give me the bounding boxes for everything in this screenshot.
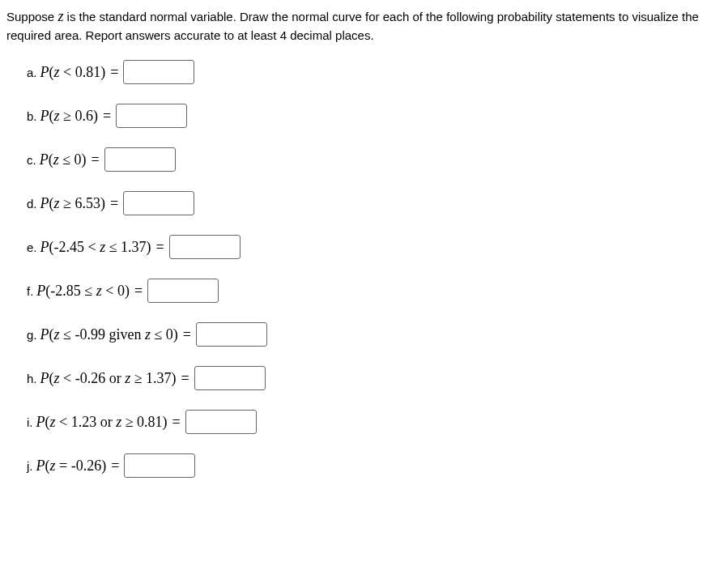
- question-d: d. P(z ≥ 6.53) =: [27, 191, 722, 215]
- question-j: j. P(z = -0.26) =: [27, 453, 722, 478]
- expr-f: P(-2.85 ≤ z < 0): [36, 283, 130, 300]
- label-g: g.: [27, 328, 37, 342]
- expr-d-op: ≥ 6.53: [60, 195, 100, 211]
- expr-g-z2: z: [145, 326, 151, 343]
- expr-i-op: < 1.23: [56, 414, 97, 430]
- expr-g-P: P: [40, 326, 49, 343]
- label-i: i.: [27, 415, 33, 429]
- answer-input-h[interactable]: [194, 366, 266, 390]
- expr-b-close: ): [93, 108, 98, 124]
- answer-input-i[interactable]: [185, 410, 257, 434]
- expr-b-op: ≥ 0.6: [60, 108, 93, 124]
- expr-g-close: ): [173, 326, 178, 343]
- answer-input-b[interactable]: [116, 104, 187, 128]
- equals-i: =: [172, 414, 181, 431]
- answer-input-g[interactable]: [196, 322, 267, 347]
- intro-line1: Suppose: [6, 10, 57, 23]
- equals-b: =: [103, 108, 111, 125]
- question-f: f. P(-2.85 ≤ z < 0) =: [27, 279, 722, 303]
- equals-g: =: [183, 326, 191, 343]
- equals-d: =: [110, 195, 118, 212]
- equals-h: =: [181, 370, 189, 387]
- equals-c: =: [92, 151, 100, 168]
- question-c: c. P(z ≤ 0) =: [27, 147, 722, 172]
- expr-i-close: ): [163, 414, 168, 430]
- intro-text: Suppose z is the standard normal variabl…: [6, 6, 722, 44]
- expr-c-P: P: [40, 151, 49, 168]
- answer-input-a[interactable]: [123, 60, 194, 84]
- label-c: c.: [27, 153, 36, 167]
- expr-j: P(z = -0.26): [36, 457, 107, 475]
- question-h: h. P(z < -0.26 or z ≥ 1.37) =: [27, 366, 722, 390]
- expr-h-close: ): [172, 370, 177, 386]
- equals-f: =: [134, 283, 143, 300]
- expr-g-op: ≤ -0.99: [60, 326, 109, 343]
- expr-j-P: P: [36, 457, 45, 474]
- label-a: a.: [27, 66, 37, 79]
- expr-j-op: = -0.26: [56, 457, 102, 474]
- expr-a-op: < 0.81: [60, 64, 101, 80]
- expr-c-close: ): [82, 151, 87, 168]
- expr-d: P(z ≥ 6.53): [40, 195, 105, 212]
- expr-e-close: ): [147, 239, 151, 255]
- answer-input-e[interactable]: [169, 235, 241, 259]
- expr-i-P: P: [36, 414, 45, 430]
- expr-j-close: ): [101, 457, 106, 474]
- intro-line2: is the standard normal variable. Draw th…: [6, 10, 699, 42]
- expr-d-z: z: [54, 195, 60, 211]
- label-h: h.: [27, 372, 37, 385]
- expr-a-close: ): [100, 64, 105, 80]
- expr-f-close: ): [125, 283, 130, 299]
- expr-i-or: or: [96, 414, 116, 430]
- expr-a: P(z < 0.81): [40, 64, 106, 81]
- expr-h-op: < -0.26: [60, 370, 106, 386]
- expr-h: P(z < -0.26 or z ≥ 1.37): [40, 370, 177, 387]
- expr-b-P: P: [40, 108, 49, 124]
- expr-h-z: z: [54, 370, 60, 386]
- expr-f-op: < 0: [102, 283, 125, 299]
- expr-b-z: z: [54, 108, 60, 124]
- expr-c: P(z ≤ 0): [40, 151, 87, 168]
- answer-input-j[interactable]: [124, 453, 195, 478]
- expr-d-P: P: [40, 195, 49, 211]
- label-e: e.: [27, 240, 37, 254]
- expr-e-op: ≤ 1.37: [105, 239, 146, 255]
- expr-h-P: P: [40, 370, 49, 386]
- equals-e: =: [156, 239, 164, 256]
- question-a: a. P(z < 0.81) =: [27, 60, 722, 84]
- expr-e-left: -2.45 <: [54, 239, 100, 255]
- expr-g-z: z: [54, 326, 60, 343]
- answer-input-f[interactable]: [147, 279, 219, 303]
- expr-d-close: ): [100, 195, 105, 211]
- expr-c-z: z: [53, 151, 59, 168]
- questions-list: a. P(z < 0.81) = b. P(z ≥ 0.6) = c. P(z …: [6, 60, 722, 478]
- expr-i-op2: ≥ 0.81: [121, 414, 162, 430]
- expr-a-P: P: [40, 64, 49, 80]
- answer-input-c[interactable]: [104, 147, 176, 172]
- question-g: g. P(z ≤ -0.99 given z ≤ 0) =: [27, 322, 722, 347]
- label-f: f.: [27, 284, 33, 298]
- question-e: e. P(-2.45 < z ≤ 1.37) =: [27, 235, 722, 259]
- expr-b: P(z ≥ 0.6): [40, 108, 98, 125]
- equals-a: =: [110, 64, 118, 81]
- expr-g-given: given: [109, 326, 145, 343]
- expr-h-or: or: [105, 370, 125, 386]
- expr-i: P(z < 1.23 or z ≥ 0.81): [36, 414, 168, 431]
- expr-c-op: ≤ 0: [59, 151, 82, 168]
- expr-j-z: z: [50, 457, 56, 474]
- expr-f-left: -2.85 ≤: [50, 283, 96, 299]
- expr-f-z: z: [96, 283, 102, 299]
- label-b: b.: [27, 109, 37, 123]
- expr-e-P: P: [40, 239, 49, 255]
- question-b: b. P(z ≥ 0.6) =: [27, 104, 722, 128]
- label-j: j.: [27, 459, 33, 473]
- expr-h-op2: ≥ 1.37: [130, 370, 171, 386]
- equals-j: =: [111, 457, 119, 475]
- question-i: i. P(z < 1.23 or z ≥ 0.81) =: [27, 410, 722, 434]
- label-d: d.: [27, 197, 37, 211]
- expr-a-z: z: [54, 64, 60, 80]
- answer-input-d[interactable]: [123, 191, 194, 215]
- expr-f-P: P: [36, 283, 45, 299]
- expr-e: P(-2.45 < z ≤ 1.37): [40, 239, 151, 256]
- expr-g: P(z ≤ -0.99 given z ≤ 0): [40, 326, 178, 343]
